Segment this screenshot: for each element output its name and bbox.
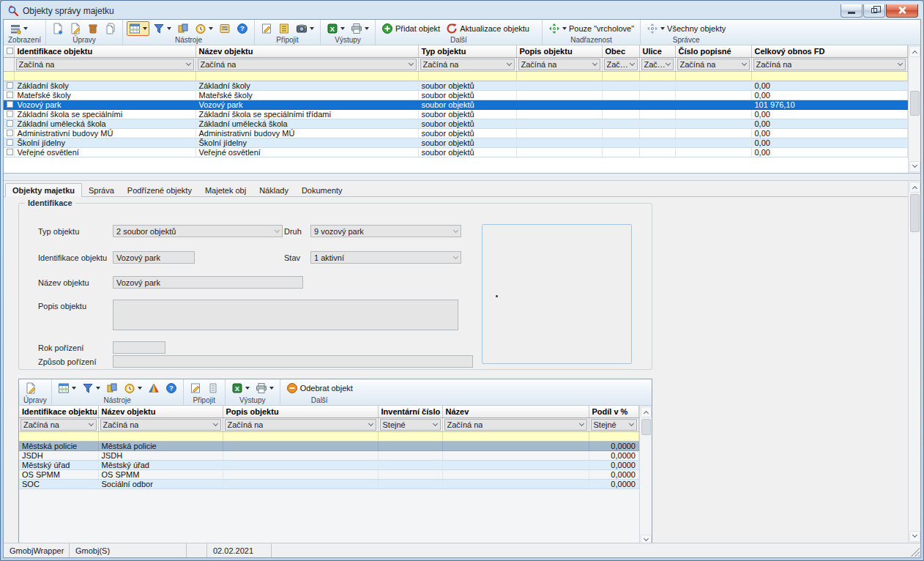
table-row[interactable]: Městský úřadMěstský úřad0,0000 bbox=[19, 460, 639, 469]
sub-history-button[interactable] bbox=[122, 382, 144, 395]
row-checkbox[interactable] bbox=[7, 101, 13, 108]
filter-combo[interactable]: Začíná na bbox=[420, 59, 515, 70]
acquisition-year-field[interactable] bbox=[113, 341, 165, 354]
tab-objekty-majetku[interactable]: Objekty majetku bbox=[5, 183, 82, 197]
acquisition-method-field[interactable] bbox=[113, 355, 473, 368]
object-kind-combo[interactable]: 9 vozový park bbox=[310, 225, 461, 237]
row-checkbox[interactable] bbox=[7, 92, 13, 98]
filter-combo[interactable]: Začíná na bbox=[16, 59, 194, 70]
sub-print-button[interactable] bbox=[254, 382, 275, 395]
filter-combo[interactable]: Začíná na bbox=[677, 59, 750, 70]
table-row[interactable]: JSDHJSDH0,0000 bbox=[19, 450, 639, 460]
column-header[interactable]: Popis objektu bbox=[516, 45, 602, 57]
filter-combo[interactable]: Začíná na bbox=[225, 419, 376, 431]
column-header[interactable]: Identifikace objektu bbox=[19, 406, 98, 417]
filter-input-cell[interactable] bbox=[14, 71, 195, 81]
sub-filter-button[interactable] bbox=[81, 382, 102, 395]
row-checkbox[interactable] bbox=[7, 130, 13, 136]
sub-merge-button[interactable] bbox=[105, 382, 119, 395]
scroll-down-button[interactable] bbox=[909, 161, 920, 172]
filter-input-cell[interactable] bbox=[442, 431, 589, 441]
options-button[interactable] bbox=[217, 22, 232, 35]
tab-sprava[interactable]: Správa bbox=[82, 184, 121, 196]
filter-input-cell[interactable] bbox=[195, 71, 418, 81]
column-header[interactable]: Celkový obnos FD bbox=[751, 45, 908, 57]
scrollbar-thumb[interactable] bbox=[910, 91, 920, 116]
delete-record-button[interactable] bbox=[86, 22, 100, 35]
scrollbar-thumb[interactable] bbox=[910, 194, 920, 232]
view-layout-button[interactable] bbox=[8, 22, 29, 35]
object-id-field[interactable]: Vozový park bbox=[113, 251, 195, 264]
filter-combo[interactable]: Začíná na bbox=[21, 419, 97, 431]
scroll-up-button[interactable] bbox=[641, 406, 652, 417]
column-header[interactable]: Ulice bbox=[639, 45, 675, 57]
sub-attach-note-button[interactable] bbox=[188, 382, 203, 395]
filter-combo[interactable]: Stejné bbox=[380, 419, 441, 431]
filter-input-cell[interactable] bbox=[98, 431, 223, 441]
all-objects-button[interactable]: Všechny objekty bbox=[645, 22, 727, 35]
filter-input-cell[interactable] bbox=[4, 71, 14, 81]
column-header[interactable]: Obec bbox=[602, 45, 639, 57]
attach-photo-button[interactable] bbox=[294, 22, 316, 35]
filter-input-cell[interactable] bbox=[19, 431, 98, 441]
column-header[interactable]: Název objektu bbox=[98, 406, 223, 417]
attach-list-button[interactable] bbox=[277, 22, 291, 35]
filter-input-cell[interactable] bbox=[602, 71, 639, 81]
scrollbar-thumb[interactable] bbox=[641, 419, 651, 435]
detail-panel-scrollbar[interactable] bbox=[908, 181, 920, 543]
edit-record-button[interactable] bbox=[68, 22, 83, 35]
row-checkbox[interactable] bbox=[7, 120, 13, 127]
filter-combo[interactable]: Začíná na bbox=[198, 59, 417, 70]
history-button[interactable] bbox=[193, 22, 215, 35]
filter-input-cell[interactable] bbox=[675, 71, 751, 81]
tab-naklady[interactable]: Náklady bbox=[253, 184, 295, 196]
table-row[interactable]: SOCSociální odbor0,0000 bbox=[19, 479, 639, 488]
row-checkbox[interactable] bbox=[7, 82, 13, 89]
sub-prism-button[interactable] bbox=[146, 382, 161, 395]
table-row[interactable]: Základní škola se speciálnímiZákladní šk… bbox=[4, 109, 908, 119]
tab-podrizene-objekty[interactable]: Podřízené objekty bbox=[121, 184, 198, 196]
filter-input-cell[interactable] bbox=[589, 431, 639, 441]
tab-majetek-obj[interactable]: Majetek obj bbox=[198, 184, 253, 196]
filter-combo[interactable]: Začíná na bbox=[518, 59, 600, 70]
attach-note-button[interactable] bbox=[259, 22, 274, 35]
filter-input-cell[interactable] bbox=[751, 71, 908, 81]
filter-input-cell[interactable] bbox=[223, 431, 378, 441]
excel-export-button[interactable]: X bbox=[325, 22, 346, 35]
table-row[interactable]: Mateřské školyMateřské školysoubor objek… bbox=[4, 90, 908, 100]
object-description-textarea[interactable] bbox=[113, 300, 458, 330]
restore-button[interactable] bbox=[863, 4, 885, 18]
table-row-selected[interactable]: Vozový parkVozový parksoubor objektů101 … bbox=[4, 100, 908, 109]
column-header[interactable]: Název bbox=[442, 406, 589, 417]
resize-grip[interactable] bbox=[911, 548, 920, 557]
main-grid-scrollbar[interactable] bbox=[908, 45, 920, 173]
table-row[interactable]: OS SPMMOS SPMM0,0000 bbox=[19, 469, 639, 479]
tab-dokumenty[interactable]: Dokumenty bbox=[295, 184, 349, 196]
table-row[interactable]: Veřejné osvětleníVeřejné osvětlenísoubor… bbox=[4, 147, 908, 157]
copy-record-button[interactable] bbox=[103, 22, 118, 35]
filter-combo[interactable]: Stejné bbox=[591, 419, 638, 431]
column-header[interactable]: Podíl v % bbox=[589, 406, 639, 417]
filter-combo[interactable]: Začíná na bbox=[641, 59, 674, 70]
scroll-up-button[interactable] bbox=[909, 46, 920, 57]
print-button[interactable] bbox=[349, 22, 370, 35]
sub-help-button[interactable]: ? bbox=[164, 382, 179, 395]
column-header[interactable]: Popis objektu bbox=[223, 406, 378, 417]
filter-input-cell[interactable] bbox=[378, 431, 442, 441]
sub-grid-settings-button[interactable] bbox=[56, 382, 78, 395]
filter-input-cell[interactable] bbox=[516, 71, 602, 81]
row-checkbox[interactable] bbox=[7, 111, 13, 117]
column-header[interactable]: Číslo popisné bbox=[675, 45, 751, 57]
filter-input-cell[interactable] bbox=[639, 71, 675, 81]
only-top-level-button[interactable]: Pouze "vrcholove" bbox=[547, 22, 636, 35]
splitter[interactable] bbox=[4, 174, 920, 181]
table-row[interactable]: Základní školyZákladní školysoubor objek… bbox=[4, 81, 908, 90]
object-name-field[interactable]: Vozový park bbox=[113, 276, 303, 289]
filter-combo[interactable]: Začíná na bbox=[444, 419, 587, 431]
scroll-up-button[interactable] bbox=[909, 182, 920, 193]
filter-combo[interactable]: Začíná na bbox=[604, 59, 638, 70]
column-header[interactable]: Typ objektu bbox=[418, 45, 516, 57]
filter-button[interactable] bbox=[152, 22, 173, 35]
table-row[interactable]: Základní umělecká školaZákladní umělecká… bbox=[4, 119, 908, 128]
filter-combo[interactable]: Začíná na bbox=[100, 419, 221, 431]
